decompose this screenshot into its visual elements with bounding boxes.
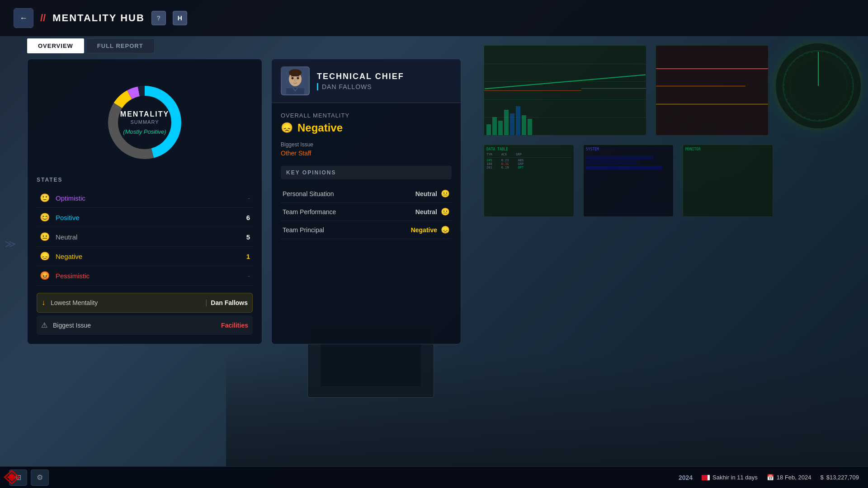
staff-biggest-issue-label: Biggest Issue [281, 141, 452, 148]
lowest-mentality-row[interactable]: ↓ Lowest Mentality | Dan Fallows [37, 293, 253, 313]
status-year: 2024 [679, 474, 693, 481]
staff-info: TECHNICAL CHIEF DAN FALLOWS [317, 72, 452, 90]
states-title: STATES [37, 177, 253, 183]
key-opinions-header: KEY OPINIONS [281, 166, 452, 179]
pessimistic-emoji: 😡 [39, 271, 50, 281]
tab-overview[interactable]: OVERVIEW [27, 38, 84, 53]
lowest-mentality-divider: | [205, 299, 207, 307]
bahrain-flag [702, 475, 710, 480]
positive-label: Positive [56, 214, 241, 221]
staff-name-text: DAN FALLOWS [322, 83, 372, 90]
opinion-team-emoji: 😐 [441, 207, 450, 216]
opinion-team-value: Neutral [415, 208, 437, 216]
bg-screen-3: DATA TABLE TYRACEGRP 2450.23ABS 1880.31G… [484, 145, 574, 217]
pessimistic-count: - [248, 272, 250, 280]
svg-point-11 [297, 77, 299, 80]
donut-value: (Mostly Positive) [120, 128, 169, 135]
donut-chart-container: MENTALITY SUMMARY (Mostly Positive) [37, 68, 253, 177]
opinion-personal-label: Personal Situation [283, 190, 415, 197]
overall-mentality-value: 😞 Negative [281, 122, 452, 134]
top-navigation: ← // MENTALITY HUB ? H [0, 0, 868, 36]
gear-icon: ⚙ [37, 473, 43, 482]
money-icon: $ [820, 474, 823, 481]
overall-emoji: 😞 [281, 122, 293, 134]
lowest-mentality-label: Lowest Mentality [51, 299, 202, 306]
lowest-mentality-icon: ↓ [42, 299, 45, 307]
pessimistic-label: Pessimistic [56, 272, 248, 280]
positive-emoji: 😊 [39, 212, 50, 222]
status-money: $ $13,227,709 [820, 474, 859, 481]
overall-text: Negative [297, 122, 343, 134]
tab-full-report[interactable]: FULL REPORT [86, 38, 155, 53]
location-text: Sakhir in 11 days [712, 474, 758, 481]
staff-avatar [281, 66, 310, 95]
opinion-row-principal: Team Principal Negative 😞 [281, 221, 452, 239]
tab-bar: OVERVIEW FULL REPORT [27, 38, 155, 53]
donut-wrapper: MENTALITY SUMMARY (Mostly Positive) [99, 77, 190, 168]
svg-point-9 [289, 69, 302, 76]
staff-card: TECHNICAL CHIEF DAN FALLOWS OVERALL MENT… [271, 59, 461, 344]
back-icon: ← [19, 14, 28, 23]
money-text: $13,227,709 [826, 474, 859, 481]
biggest-issue-row[interactable]: ⚠ Biggest Issue Facilities [37, 315, 253, 335]
opinion-principal-label: Team Principal [283, 226, 411, 234]
side-arrows[interactable]: ≫ [5, 238, 16, 250]
positive-count: 6 [241, 214, 250, 221]
name-divider [317, 83, 318, 90]
donut-sublabel: SUMMARY [120, 119, 169, 125]
neutral-emoji: 😐 [39, 232, 50, 242]
optimistic-label: Optimistic [56, 194, 248, 202]
lowest-mentality-value: Dan Fallows [211, 299, 248, 306]
background-screens: DATA TABLE TYRACEGRP 2450.23ABS 1880.31G… [461, 36, 868, 307]
neutral-label: Neutral [56, 233, 241, 241]
opinion-personal-emoji: 😐 [441, 189, 450, 198]
opinion-row-team: Team Performance Neutral 😐 [281, 203, 452, 221]
biggest-issue-label: Biggest Issue [53, 322, 221, 329]
question-icon: ? [157, 14, 161, 22]
help-button[interactable]: ? [151, 11, 166, 25]
nav-separator: // [40, 12, 46, 24]
donut-label: MENTALITY [120, 110, 169, 118]
bg-screen-1 [484, 45, 646, 136]
game-logo [4, 470, 20, 484]
optimistic-emoji: 🙂 [39, 193, 50, 203]
left-panel: MENTALITY SUMMARY (Mostly Positive) STAT… [27, 59, 262, 344]
state-row-negative[interactable]: 😞 Negative 1 [37, 247, 253, 266]
main-content: MENTALITY SUMMARY (Mostly Positive) STAT… [27, 59, 461, 344]
staff-header: TECHNICAL CHIEF DAN FALLOWS [272, 59, 461, 103]
calendar-icon: 📅 [767, 474, 774, 481]
state-row-pessimistic[interactable]: 😡 Pessimistic - [37, 266, 253, 286]
staff-body: OVERALL MENTALITY 😞 Negative Biggest Iss… [272, 103, 461, 248]
state-row-neutral[interactable]: 😐 Neutral 5 [37, 227, 253, 247]
staff-name: DAN FALLOWS [317, 83, 452, 90]
negative-emoji: 😞 [39, 251, 50, 261]
status-items: 2024 Sakhir in 11 days 📅 18 Feb, 2024 $ … [679, 474, 859, 481]
status-bar: ⊞ ⚙ 2024 Sakhir in 11 days 📅 18 Feb, 202… [0, 466, 868, 488]
neutral-count: 5 [241, 233, 250, 241]
status-date: 📅 18 Feb, 2024 [767, 474, 811, 481]
date-text: 18 Feb, 2024 [777, 474, 811, 481]
staff-role: TECHNICAL CHIEF [317, 72, 452, 81]
status-location: Sakhir in 11 days [702, 474, 758, 481]
avatar-face [282, 67, 309, 94]
opinion-team-label: Team Performance [283, 208, 415, 216]
opinion-principal-value: Negative [411, 226, 437, 234]
opinion-row-personal: Personal Situation Neutral 😐 [281, 185, 452, 203]
opinion-personal-value: Neutral [415, 190, 437, 197]
state-row-optimistic[interactable]: 🙂 Optimistic - [37, 188, 253, 208]
bg-screen-4: SYSTEM [583, 145, 674, 217]
back-button[interactable]: ← [14, 8, 33, 28]
bg-screen-2 [656, 45, 769, 136]
state-row-positive[interactable]: 😊 Positive 6 [37, 208, 253, 227]
bg-screen-5: MONITOR [683, 145, 773, 217]
biggest-issue-icon: ⚠ [41, 321, 47, 329]
biggest-issue-value: Facilities [221, 322, 248, 329]
hotkey-button[interactable]: H [173, 11, 187, 25]
opinion-principal-emoji: 😞 [441, 225, 450, 234]
negative-label: Negative [56, 253, 241, 260]
nav-title: MENTALITY HUB [52, 12, 145, 24]
settings-button[interactable]: ⚙ [31, 469, 49, 486]
staff-biggest-issue-value: Other Staff [281, 150, 452, 157]
donut-center: MENTALITY SUMMARY (Mostly Positive) [120, 110, 169, 135]
bg-gauge-circle [773, 41, 863, 131]
